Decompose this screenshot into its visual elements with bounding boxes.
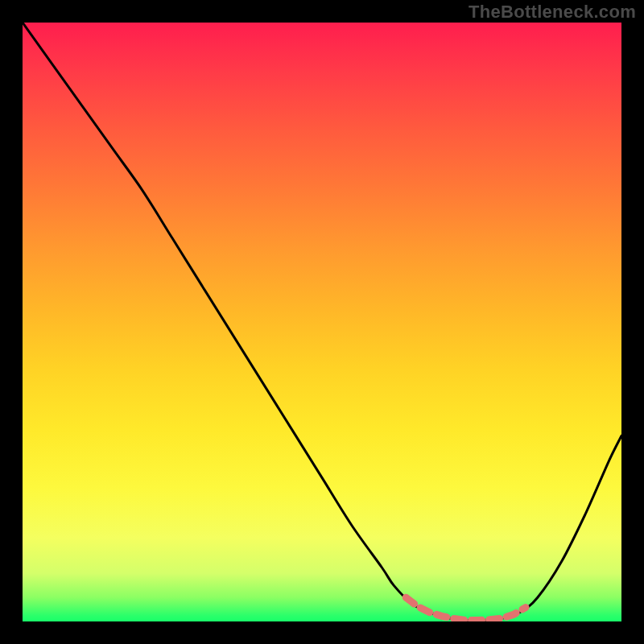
bottleneck-curve — [23, 23, 621, 621]
plot-area — [23, 23, 621, 621]
optimal-flat-region-marker — [406, 597, 526, 620]
curve-svg — [23, 23, 621, 621]
chart-frame: TheBottleneck.com — [0, 0, 644, 644]
watermark-text: TheBottleneck.com — [469, 2, 636, 23]
